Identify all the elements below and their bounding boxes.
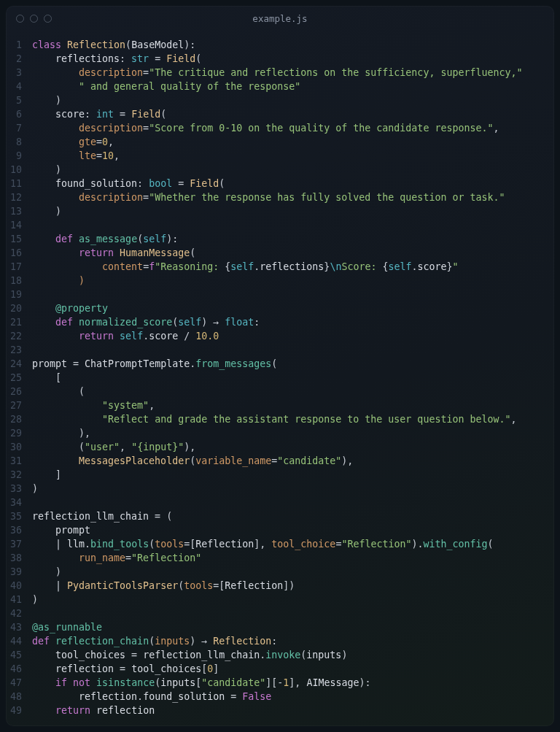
editor-window: example.js 12345678910111213141516171819… [6,6,554,726]
code-line[interactable]: reflections: str = Field( [32,52,522,66]
line-number: 4 [6,80,22,93]
line-number: 25 [6,371,22,385]
code-line[interactable]: prompt = ChatPromptTemplate.from_message… [32,357,522,371]
code-line[interactable] [32,606,522,620]
code-line[interactable] [32,343,522,357]
code-line[interactable]: | llm.bind_tools(tools=[Reflection], too… [32,537,522,551]
code-line[interactable]: reflection = tool_choices[0] [32,662,522,676]
line-number: 48 [6,690,22,704]
code-line[interactable]: prompt [32,523,522,537]
line-number: 7 [6,121,22,135]
code-line[interactable]: def as_message(self): [32,232,522,246]
code-line[interactable]: ) [32,163,522,177]
line-number: 5 [6,93,22,107]
code-line[interactable]: | PydanticToolsParser(tools=[Reflection]… [32,579,522,593]
code-line[interactable]: ) [32,565,522,579]
code-line[interactable]: "Reflect and grade the assistant respons… [32,412,522,426]
code-line[interactable]: ) [32,482,522,496]
code-line[interactable]: ) [32,593,522,606]
minimize-icon[interactable] [30,15,38,23]
code-line[interactable]: score: int = Field( [32,107,522,121]
line-number: 16 [6,246,22,260]
line-number: 1 [6,38,22,52]
line-number: 24 [6,357,22,371]
line-number: 8 [6,135,22,149]
close-icon[interactable] [16,15,24,23]
code-line[interactable]: return reflection [32,704,522,717]
code-area[interactable]: class Reflection(BaseModel): reflections… [32,38,522,717]
code-line[interactable]: ] [32,468,522,482]
code-line[interactable]: MessagesPlaceholder(variable_name="candi… [32,454,522,468]
line-number: 19 [6,288,22,301]
line-number: 36 [6,523,22,537]
code-line[interactable]: description="The critique and reflection… [32,66,522,80]
line-number: 44 [6,634,22,648]
line-number: 34 [6,496,22,509]
line-number: 31 [6,454,22,468]
code-line[interactable]: lte=10, [32,149,522,163]
line-number: 39 [6,565,22,579]
line-number: 21 [6,315,22,329]
line-number: 32 [6,468,22,482]
line-number: 47 [6,676,22,690]
file-title: example.js [6,12,554,26]
code-line[interactable]: return HumanMessage( [32,246,522,260]
line-number: 33 [6,482,22,496]
code-editor[interactable]: 1234567891011121314151617181920212223242… [6,31,554,726]
code-line[interactable]: @as_runnable [32,620,522,634]
code-line[interactable]: description="Whether the response has fu… [32,190,522,204]
code-line[interactable]: description="Score from 0-10 on the qual… [32,121,522,135]
line-number: 49 [6,704,22,717]
code-line[interactable]: " and general quality of the response" [32,80,522,93]
line-number: 45 [6,648,22,662]
line-number: 22 [6,329,22,343]
line-number: 10 [6,163,22,177]
code-line[interactable]: gte=0, [32,135,522,149]
code-line[interactable]: [ [32,371,522,385]
code-line[interactable]: ) [32,274,522,288]
code-line[interactable]: "system", [32,398,522,412]
code-line[interactable]: ) [32,204,522,218]
titlebar: example.js [6,6,554,31]
line-number: 18 [6,274,22,288]
line-number: 13 [6,204,22,218]
code-line[interactable]: class Reflection(BaseModel): [32,38,522,52]
line-number: 3 [6,66,22,80]
code-line[interactable]: reflection_llm_chain = ( [32,509,522,523]
code-line[interactable]: def reflection_chain(inputs) → Reflectio… [32,634,522,648]
line-number: 23 [6,343,22,357]
line-number: 17 [6,260,22,274]
line-number: 27 [6,398,22,412]
code-line[interactable]: ) [32,93,522,107]
code-line[interactable]: ), [32,426,522,440]
window-controls [16,15,52,23]
code-line[interactable] [32,496,522,509]
line-number: 37 [6,537,22,551]
code-line[interactable]: reflection.found_solution = False [32,690,522,704]
line-number: 38 [6,551,22,565]
code-line[interactable]: ( [32,385,522,398]
line-number: 6 [6,107,22,121]
line-number: 29 [6,426,22,440]
code-line[interactable]: def normalized_score(self) → float: [32,315,522,329]
line-number: 43 [6,620,22,634]
code-line[interactable]: return self.score / 10.0 [32,329,522,343]
code-line[interactable]: if not isinstance(inputs["candidate"][-1… [32,676,522,690]
line-number: 15 [6,232,22,246]
line-number: 46 [6,662,22,676]
line-number: 11 [6,177,22,190]
code-line[interactable]: found_solution: bool = Field( [32,177,522,190]
line-number: 42 [6,606,22,620]
code-line[interactable]: ("user", "{input}"), [32,440,522,454]
code-line[interactable]: @property [32,301,522,315]
code-line[interactable]: tool_choices = reflection_llm_chain.invo… [32,648,522,662]
code-line[interactable]: run_name="Reflection" [32,551,522,565]
code-line[interactable]: content=f"Reasoning: {self.reflections}\… [32,260,522,274]
line-number: 35 [6,509,22,523]
code-line[interactable] [32,218,522,232]
code-line[interactable] [32,288,522,301]
line-number-gutter: 1234567891011121314151617181920212223242… [6,38,32,717]
line-number: 14 [6,218,22,232]
maximize-icon[interactable] [44,15,52,23]
line-number: 40 [6,579,22,593]
